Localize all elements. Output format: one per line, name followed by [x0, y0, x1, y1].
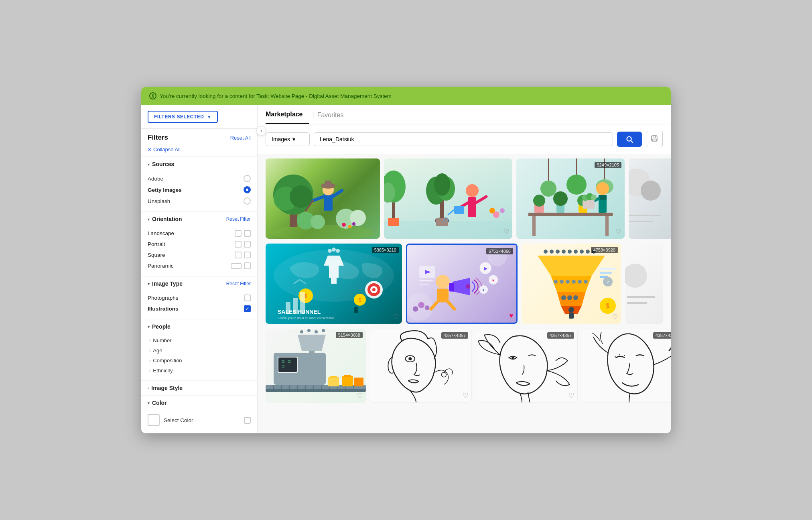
tab-marketplace[interactable]: Marketplace — [266, 111, 309, 124]
filters-selected-label: FILTERS SELECTED — [154, 114, 204, 120]
svg-point-138 — [568, 307, 574, 313]
panoramic-label: Panoramic — [148, 263, 174, 269]
image-style-header[interactable]: › Image Style — [141, 381, 257, 395]
image-garden3[interactable]: 9249×2105 — [516, 158, 625, 239]
svg-rect-112 — [419, 284, 429, 285]
orientation-reset-filter[interactable]: Reset Filter — [226, 216, 251, 222]
svg-text:Lorem ipsum dolor sit amet con: Lorem ipsum dolor sit amet consectetur — [278, 316, 334, 320]
illustrations-label: Illustrations — [148, 306, 179, 312]
photographs-checkbox[interactable] — [244, 295, 251, 301]
svg-point-179 — [322, 329, 325, 332]
illustrations-checkbox[interactable] — [244, 305, 251, 312]
people-number[interactable]: › Number — [148, 335, 251, 345]
svg-point-113 — [418, 302, 424, 309]
getty-radio[interactable] — [244, 186, 251, 193]
heart-face2[interactable]: ♡ — [568, 392, 574, 399]
heart-garden2[interactable]: ♡ — [503, 228, 509, 236]
landscape-check-left[interactable] — [235, 230, 242, 237]
panoramic-check-right[interactable] — [244, 262, 251, 269]
svg-point-115 — [413, 306, 418, 312]
svg-point-127 — [586, 250, 590, 254]
image-funnel[interactable]: 4753×3920 — [522, 244, 621, 324]
section-image-type: ▾ Image Type Reset Filter Photographs Il… — [141, 276, 257, 319]
reset-all-link[interactable]: Reset All — [230, 135, 251, 141]
composition-label: Composition — [153, 358, 182, 364]
svg-point-182 — [441, 372, 446, 377]
image-social[interactable]: 6751×4868 — [406, 244, 518, 324]
portrait-checkboxes — [235, 241, 251, 248]
source-option-getty: Getty Images — [148, 184, 251, 195]
svg-point-18 — [350, 210, 366, 226]
search-input[interactable] — [314, 132, 613, 146]
heart-face1[interactable]: ♡ — [463, 392, 468, 399]
svg-rect-37 — [454, 206, 464, 214]
heart-social[interactable]: ♥ — [510, 312, 514, 319]
content-header: Marketplace | Favorites — [258, 105, 671, 124]
image-garden2[interactable]: ♡ — [384, 158, 512, 239]
image-machine[interactable]: 5154×3668 ☑ ☑ ☑ — [266, 329, 366, 403]
image-face3[interactable]: 4357×4357 — [582, 329, 671, 403]
heart-machine[interactable]: ♡ — [357, 392, 363, 400]
svg-text:☑: ☑ — [288, 360, 290, 364]
people-ethnicity[interactable]: › Ethnicity — [148, 366, 251, 376]
portrait-check-right[interactable] — [244, 241, 251, 248]
sources-content: Adobe Getty Images Unsplash — [141, 171, 257, 211]
svg-point-51 — [566, 175, 587, 195]
people-age[interactable]: › Age — [148, 345, 251, 355]
svg-rect-75 — [331, 278, 337, 284]
heart-garden3[interactable]: ♡ — [616, 228, 621, 236]
save-search-button[interactable] — [646, 131, 663, 147]
image-face1[interactable]: 4357×4357 — [370, 329, 472, 403]
heart-garden1[interactable]: ♡ — [371, 228, 377, 236]
adobe-label: Adobe — [148, 176, 163, 182]
people-header[interactable]: ▾ People — [141, 319, 257, 334]
type-select-dropdown[interactable]: Images ▾ — [266, 132, 310, 146]
collapse-all-button[interactable]: ✕ Collapse All — [141, 145, 257, 156]
image-partial1[interactable] — [629, 158, 671, 239]
portrait-check-left[interactable] — [235, 241, 242, 248]
image-partial2[interactable] — [625, 244, 663, 324]
svg-line-13 — [333, 191, 342, 197]
svg-rect-1 — [653, 136, 656, 138]
color-swatch[interactable] — [148, 414, 160, 426]
color-header[interactable]: ▾ Color — [141, 396, 257, 410]
image-face2[interactable]: 4357×4357 — [476, 329, 578, 403]
ethnicity-label: Ethnicity — [153, 368, 173, 374]
badge-face1: 4357×4357 — [441, 332, 468, 339]
orientation-square: Square — [148, 250, 251, 260]
panoramic-check-wide[interactable] — [231, 263, 242, 269]
color-checkbox[interactable] — [244, 417, 251, 424]
svg-rect-101 — [449, 283, 454, 291]
image-type-reset-filter[interactable]: Reset Filter — [226, 281, 251, 286]
orientation-header[interactable]: ▾ Orientation Reset Filter — [141, 212, 257, 226]
main-window: ℹ You're currently looking for a content… — [141, 87, 671, 433]
type-illustrations: Illustrations — [148, 303, 251, 314]
svg-point-39 — [445, 217, 447, 219]
image-garden1[interactable]: ♡ — [266, 158, 380, 239]
heart-funnel[interactable]: ♡ — [612, 313, 618, 321]
unsplash-radio[interactable] — [244, 197, 251, 205]
svg-point-135 — [561, 295, 566, 300]
adobe-radio[interactable] — [244, 175, 251, 182]
collapse-sidebar-button[interactable]: ‹ — [256, 126, 266, 136]
heart-sales[interactable]: ♡ — [393, 313, 399, 321]
svg-rect-46 — [532, 216, 536, 236]
search-button[interactable] — [617, 132, 642, 147]
ethnicity-label-row: › Ethnicity — [149, 368, 173, 374]
landscape-check-right[interactable] — [244, 230, 251, 237]
unsplash-label: Unsplash — [148, 198, 170, 204]
image-sales[interactable]: 5365×3210 — [266, 244, 402, 324]
tab-favorites[interactable]: Favorites — [317, 112, 350, 124]
color-title: Color — [152, 400, 167, 406]
square-check-right[interactable] — [244, 252, 251, 258]
svg-rect-71 — [629, 221, 653, 222]
filters-selected-button[interactable]: FILTERS SELECTED ▼ — [148, 111, 218, 123]
sources-header[interactable]: ▾ Sources — [141, 157, 257, 171]
people-composition[interactable]: › Composition — [148, 355, 251, 366]
people-content: › Number › Age › Composition — [141, 334, 257, 380]
color-title-row: ▾ Color — [148, 400, 167, 406]
svg-rect-70 — [629, 215, 661, 216]
svg-rect-157 — [266, 389, 366, 392]
square-check-left[interactable] — [235, 252, 242, 258]
image-type-header[interactable]: ▾ Image Type Reset Filter — [141, 276, 257, 291]
